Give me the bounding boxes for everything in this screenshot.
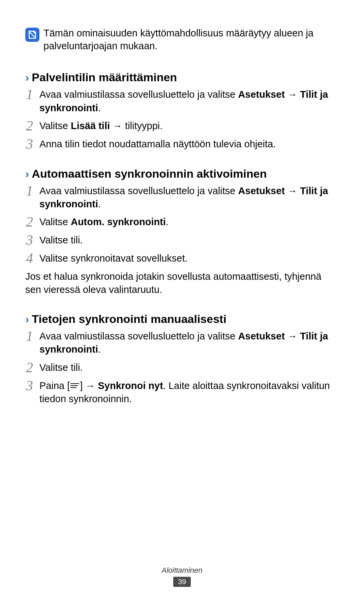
menu-icon: [70, 383, 79, 389]
step-1: 1 Avaa valmiustilassa sovellusluettelo j…: [25, 184, 339, 211]
step-text: Paina [] → Synkronoi nyt. Laite aloittaa…: [39, 379, 339, 406]
heading-text: Tietojen synkronointi manuaalisesti: [32, 312, 226, 326]
step-text: Anna tilin tiedot noudattamalla näyttöön…: [39, 138, 339, 151]
step-3: 3 Valitse tili.: [25, 234, 339, 247]
step-text: Avaa valmiustilassa sovellusluettelo ja …: [39, 330, 339, 356]
step-number: 3: [26, 137, 39, 151]
step-1: 1 Avaa valmiustilassa sovellusluettelo j…: [25, 88, 339, 114]
page-footer: Aloittaminen 39: [0, 566, 364, 587]
step-1: 1 Avaa valmiustilassa sovellusluettelo j…: [25, 330, 339, 356]
section-heading: › Tietojen synkronointi manuaalisesti: [25, 312, 339, 326]
section-heading: › Palvelintilin määrittäminen: [25, 71, 339, 84]
heading-text: Automaattisen synkronoinnin aktivoiminen: [32, 167, 267, 180]
step-text: Valitse tili.: [39, 234, 339, 247]
step-text: Avaa valmiustilassa sovellusluettelo ja …: [39, 184, 339, 211]
section-body: Jos et halua synkronoida jotakin sovellu…: [25, 270, 339, 296]
step-2: 2 Valitse tili.: [25, 361, 339, 375]
footer-section-label: Aloittaminen: [0, 566, 364, 575]
step-4: 4 Valitse synkronoitavat sovellukset.: [25, 252, 339, 265]
step-number: 2: [26, 360, 39, 375]
chevron-icon: ›: [25, 312, 29, 326]
heading-text: Palvelintilin määrittäminen: [32, 71, 177, 84]
section-server-account: › Palvelintilin määrittäminen 1 Avaa val…: [25, 71, 339, 151]
step-number: 3: [26, 379, 39, 393]
section-auto-sync: › Automaattisen synkronoinnin aktivoimin…: [25, 167, 339, 297]
step-text: Valitse Autom. synkronointi.: [39, 215, 339, 229]
step-number: 4: [26, 251, 39, 265]
step-number: 2: [26, 119, 39, 133]
step-text: Valitse Lisää tili → tilityyppi.: [39, 119, 339, 132]
step-text: Valitse synkronoitavat sovellukset.: [39, 252, 339, 265]
info-note: Tämän ominaisuuden käyttömahdollisuus mä…: [25, 27, 339, 52]
page-number: 39: [173, 577, 191, 587]
section-heading: › Automaattisen synkronoinnin aktivoimin…: [25, 167, 339, 180]
step-number: 1: [26, 329, 39, 343]
step-3: 3 Paina [] → Synkronoi nyt. Laite aloitt…: [25, 379, 339, 406]
step-3: 3 Anna tilin tiedot noudattamalla näyttö…: [25, 138, 339, 151]
note-icon: [25, 28, 39, 42]
section-manual-sync: › Tietojen synkronointi manuaalisesti 1 …: [25, 312, 339, 406]
info-note-text: Tämän ominaisuuden käyttömahdollisuus mä…: [43, 27, 339, 52]
chevron-icon: ›: [25, 167, 29, 180]
step-number: 3: [26, 233, 39, 247]
step-2: 2 Valitse Autom. synkronointi.: [25, 215, 339, 229]
step-number: 2: [26, 215, 39, 229]
step-text: Avaa valmiustilassa sovellusluettelo ja …: [39, 88, 339, 114]
step-number: 1: [26, 184, 39, 198]
step-text: Valitse tili.: [39, 361, 339, 374]
step-2: 2 Valitse Lisää tili → tilityyppi.: [25, 119, 339, 133]
chevron-icon: ›: [25, 71, 29, 84]
step-number: 1: [26, 87, 39, 101]
